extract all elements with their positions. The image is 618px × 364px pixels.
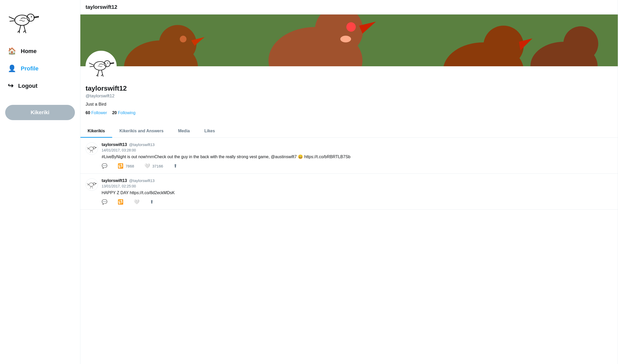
sidebar-item-profile[interactable]: 👤 Profile (0, 60, 80, 77)
sidebar-item-profile-label: Profile (21, 65, 38, 72)
svg-line-10 (25, 31, 26, 33)
like-count: 37166 (152, 164, 163, 168)
table-row: taylorswift13 @taylorswift13 13/01/2017,… (80, 174, 618, 210)
sidebar-item-logout[interactable]: ↪ Logout (0, 77, 80, 94)
reply-button[interactable]: 💬 (102, 199, 107, 205)
tweet-header: taylorswift13 @taylorswift13 (102, 142, 613, 147)
avatar (86, 51, 117, 82)
tab-media[interactable]: Media (171, 125, 197, 137)
page-title: taylorswift12 (80, 0, 618, 14)
following-label[interactable]: Following (118, 111, 136, 115)
tweet-body: taylorswift13 @taylorswift13 14/01/2017,… (102, 142, 613, 169)
avatar-wrapper (86, 51, 613, 82)
svg-point-19 (340, 36, 351, 42)
tweet-timestamp: 13/01/2017, 02:25:00 (102, 184, 613, 188)
tweet-avatar (86, 178, 98, 191)
tweet-header: taylorswift13 @taylorswift13 (102, 178, 613, 183)
comment-icon: 💬 (102, 163, 107, 169)
retweet-icon: 🔁 (118, 163, 123, 169)
svg-line-36 (101, 75, 103, 76)
sidebar-item-home-label: Home (21, 48, 37, 55)
profile-bio: Just a Bird (86, 102, 613, 107)
sidebar: 🏠 Home 👤 Profile ↪ Logout Kikeriki (0, 0, 80, 364)
following-count: 20 (112, 111, 117, 115)
followers-label[interactable]: Follower (91, 111, 107, 115)
svg-point-4 (31, 16, 32, 17)
tweet-actions: 💬 🔁 7868 🤍 37166 ⬆ (102, 163, 613, 169)
like-icon: 🤍 (134, 199, 139, 205)
tweet-actions: 💬 🔁 🤍 ⬆ (102, 199, 613, 205)
follow-stats: 60 Follower 20 Following (86, 111, 613, 115)
logout-icon: ↪ (8, 82, 13, 90)
svg-line-55 (92, 188, 93, 188)
sidebar-item-logout-label: Logout (18, 83, 38, 89)
svg-point-20 (346, 22, 356, 32)
share-icon: ⬆ (173, 163, 177, 169)
comment-icon: 💬 (102, 199, 107, 205)
like-icon: 🤍 (144, 163, 150, 169)
svg-point-31 (107, 63, 108, 63)
tweet-handle: @taylorswift13 (129, 142, 155, 147)
svg-point-42 (94, 147, 95, 148)
tweet-timestamp: 14/01/2017, 03:28:00 (102, 148, 613, 152)
tweet-username: taylorswift13 (102, 142, 127, 147)
profile-username: taylorswift12 (86, 84, 613, 92)
svg-line-44 (90, 152, 90, 152)
retweet-icon: 🔁 (118, 199, 123, 205)
tweet-list: taylorswift13 @taylorswift13 14/01/2017,… (80, 138, 618, 210)
svg-line-54 (92, 186, 93, 188)
svg-point-51 (94, 183, 95, 184)
retweet-button[interactable]: 🔁 7868 (118, 163, 134, 169)
retweet-button[interactable]: 🔁 (118, 199, 123, 205)
svg-line-32 (98, 70, 99, 75)
svg-line-43 (90, 150, 91, 152)
svg-line-9 (23, 31, 25, 32)
svg-line-45 (92, 150, 93, 152)
tab-kikerikis-answers[interactable]: Kikerikis and Answers (112, 125, 171, 137)
main-content: taylorswift12 (80, 0, 618, 364)
following-count-group: 20 Following (112, 111, 136, 115)
reply-button[interactable]: 💬 (102, 163, 107, 169)
like-button[interactable]: 🤍 37166 (144, 163, 163, 169)
app-logo (0, 0, 47, 37)
sidebar-nav: 🏠 Home 👤 Profile ↪ Logout (0, 37, 80, 100)
compose-button[interactable]: Kikeriki (5, 105, 75, 120)
tweet-text: #LiveByNight is out now!rnrnCheck out th… (102, 154, 613, 160)
tweet-username: taylorswift13 (102, 178, 127, 183)
followers-count: 60 (86, 111, 90, 115)
sidebar-item-home[interactable]: 🏠 Home (0, 42, 80, 60)
svg-line-52 (90, 186, 91, 188)
tab-kikerikis[interactable]: Kikerikis (80, 125, 112, 137)
tweet-text: HAPPY Z DAY https://t.co/8d2eckMDsK (102, 190, 613, 196)
share-button[interactable]: ⬆ (173, 163, 177, 169)
table-row: taylorswift13 @taylorswift13 14/01/2017,… (80, 138, 618, 174)
svg-line-37 (103, 75, 103, 77)
svg-point-15 (180, 36, 187, 42)
tab-likes[interactable]: Likes (197, 125, 222, 137)
followers-count-group: 60 Follower (86, 111, 107, 115)
tweet-handle: @taylorswift13 (129, 178, 155, 183)
svg-line-35 (102, 70, 103, 75)
svg-line-46 (92, 152, 93, 152)
svg-line-5 (19, 25, 21, 31)
svg-line-53 (90, 188, 90, 188)
home-icon: 🏠 (8, 47, 16, 55)
tweet-body: taylorswift13 @taylorswift13 13/01/2017,… (102, 178, 613, 205)
profile-section: taylorswift12 @taylorswift12 Just a Bird… (80, 51, 618, 120)
tweet-avatar (86, 142, 98, 155)
profile-handle: @taylorswift12 (86, 93, 613, 99)
retweet-count: 7868 (125, 164, 134, 168)
profile-tabs: Kikerikis Kikerikis and Answers Media Li… (80, 125, 618, 138)
svg-line-8 (24, 25, 25, 31)
share-icon: ⬆ (150, 199, 154, 205)
profile-icon: 👤 (8, 64, 16, 72)
like-button[interactable]: 🤍 (134, 199, 139, 205)
share-button[interactable]: ⬆ (150, 199, 154, 205)
